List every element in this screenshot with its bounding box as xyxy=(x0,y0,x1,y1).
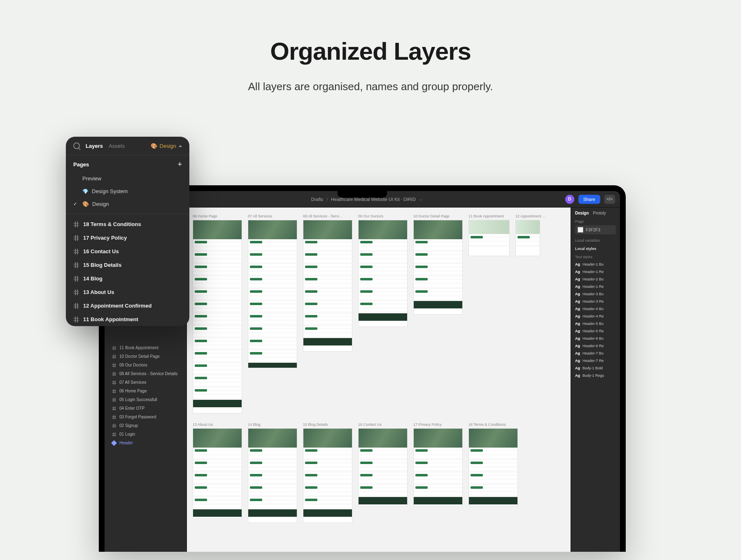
layer-frame[interactable]: 09 Our Doctors xyxy=(105,361,186,369)
artboard[interactable]: 06 Home Page xyxy=(193,214,242,413)
layer-frame[interactable]: 01 Login xyxy=(105,430,186,439)
text-style-item[interactable]: AgHeader-7 Re xyxy=(575,357,616,364)
frame-item[interactable]: 13 About Us xyxy=(66,285,189,299)
layer-frame[interactable]: 08 All Services - Service Details xyxy=(105,369,186,378)
text-style-item[interactable]: AgHeader-2 Bo xyxy=(575,275,616,283)
artboard[interactable]: 08 All Services - Servi… xyxy=(303,214,352,413)
artboard-label: 11 Book Appointment xyxy=(468,214,510,218)
frame-icon xyxy=(73,289,79,295)
artboard[interactable]: 07 All Services xyxy=(248,214,297,413)
frame-item[interactable]: 15 Blog Details xyxy=(66,258,189,272)
artboard-label: 10 Doctor Detail Page xyxy=(413,214,463,218)
component-icon xyxy=(111,440,117,446)
dev-mode-button[interactable]: </> xyxy=(604,195,615,204)
layer-frame[interactable]: 02 Signup xyxy=(105,421,186,430)
frame-icon xyxy=(112,415,116,419)
text-style-item[interactable]: AgHeader-5 Bo xyxy=(575,320,616,327)
frame-icon xyxy=(73,222,79,227)
artboard-label: 13 About Us xyxy=(193,422,242,427)
floating-layers-panel: Layers Assets 🎨 Design Pages + Preview💎D… xyxy=(66,137,189,326)
frame-icon xyxy=(112,363,116,367)
tab-design[interactable]: Design xyxy=(575,211,589,215)
layer-frame[interactable]: 10 Doctor Detail Page xyxy=(105,352,186,361)
user-avatar[interactable]: D xyxy=(565,195,574,204)
artboard[interactable]: 17 Privacy Policy xyxy=(413,422,463,523)
artboard[interactable]: 16 Contact Us xyxy=(358,422,408,523)
page-color-input[interactable]: F3F2F3 xyxy=(575,225,616,234)
local-styles-label: Local styles xyxy=(575,247,616,251)
frame-icon xyxy=(112,380,116,385)
artboard-label: 15 Blog Details xyxy=(303,422,352,427)
page-item[interactable]: 🎨Design xyxy=(66,198,189,210)
text-style-item[interactable]: AgHeader-7 Bo xyxy=(575,350,616,357)
artboard-label: 07 All Services xyxy=(248,214,297,218)
text-style-item[interactable]: AgHeader-6 Bo xyxy=(575,335,616,342)
frame-icon xyxy=(112,432,116,436)
page-dropdown[interactable]: 🎨 Design xyxy=(151,143,182,149)
frame-icon xyxy=(112,398,116,402)
frame-icon xyxy=(73,249,79,254)
layer-frame[interactable]: 04 Enter OTP xyxy=(105,404,186,413)
share-button[interactable]: Share xyxy=(578,195,600,204)
artboard[interactable]: 13 About Us xyxy=(193,422,242,523)
artboard[interactable]: 15 Blog Details xyxy=(303,422,352,523)
frame-icon xyxy=(73,317,79,322)
artboard-label: 12 Appointment … xyxy=(515,214,546,218)
layer-frame[interactable]: 06 Home Page xyxy=(105,387,186,395)
text-styles-label: Text styles xyxy=(575,255,616,259)
frame-icon xyxy=(73,262,79,268)
text-style-item[interactable]: AgHeader-1 Re xyxy=(575,268,616,275)
text-style-item[interactable]: AgHeader-3 Re xyxy=(575,298,616,305)
page-item[interactable]: 💎Design System xyxy=(66,185,189,198)
inspector-sidebar: Design Prototy Page F3F2F3 Local variabl… xyxy=(571,208,620,552)
frame-item[interactable]: 18 Terms & Conditions xyxy=(66,217,189,231)
text-style-item[interactable]: AgBody-1 Bold xyxy=(575,364,616,372)
artboard[interactable]: 18 Terms & Conditions xyxy=(468,422,518,523)
canvas[interactable]: 06 Home Page07 All Services08 All Servic… xyxy=(187,208,571,552)
layer-frame[interactable]: 03 Forgot Password xyxy=(105,413,186,421)
text-style-item[interactable]: AgHeader-6 Re xyxy=(575,342,616,350)
artboard-label: 06 Home Page xyxy=(193,214,242,218)
hero-title: Organized Layers xyxy=(0,37,741,65)
add-page-button[interactable]: + xyxy=(177,160,182,169)
frame-item[interactable]: 16 Contact Us xyxy=(66,245,189,258)
color-swatch xyxy=(578,227,583,233)
artboard-label: 14 Blog xyxy=(248,422,297,427)
frame-icon xyxy=(112,406,116,411)
layer-frame[interactable]: 11 Book Appointment xyxy=(105,343,186,352)
text-style-item[interactable]: AgHeader-4 Bo xyxy=(575,305,616,313)
page-dropdown-label: Design xyxy=(160,143,176,149)
frame-item[interactable]: 11 Book Appointment xyxy=(66,313,189,326)
artboard-label: 08 All Services - Servi… xyxy=(303,214,352,218)
laptop-notch xyxy=(338,191,387,198)
tab-prototype[interactable]: Prototy xyxy=(593,211,606,215)
frame-icon xyxy=(73,235,79,241)
local-variables-label[interactable]: Local variables xyxy=(575,238,616,243)
frame-icon xyxy=(112,346,116,350)
frame-item[interactable]: 12 Appointment Confirmed xyxy=(66,299,189,313)
text-style-item[interactable]: AgHeader-4 Re xyxy=(575,313,616,320)
frame-item[interactable]: 17 Privacy Policy xyxy=(66,231,189,245)
text-style-item[interactable]: AgHeader-3 Bo xyxy=(575,290,616,298)
text-style-item[interactable]: AgHeader-1 Bo xyxy=(575,261,616,268)
artboard-label: 18 Terms & Conditions xyxy=(468,422,518,427)
artboard[interactable]: 12 Appointment … xyxy=(515,214,546,413)
page-item[interactable]: Preview xyxy=(66,172,189,185)
tab-layers[interactable]: Layers xyxy=(86,143,103,149)
artboard[interactable]: 09 Our Doctors xyxy=(358,214,408,413)
artboard[interactable]: 11 Book Appointment xyxy=(468,214,510,413)
artboard-label: 09 Our Doctors xyxy=(358,214,408,218)
layer-label: Header xyxy=(119,441,133,445)
frame-icon xyxy=(73,303,79,309)
artboard[interactable]: 10 Doctor Detail Page xyxy=(413,214,463,413)
search-icon[interactable] xyxy=(73,142,80,149)
frame-item[interactable]: 14 Blog xyxy=(66,272,189,285)
text-style-item[interactable]: AgHeader-5 Re xyxy=(575,327,616,335)
artboard[interactable]: 14 Blog xyxy=(248,422,297,523)
layer-component-header[interactable]: Header xyxy=(105,439,186,447)
text-style-item[interactable]: AgBody-1 Regu xyxy=(575,372,616,379)
tab-assets[interactable]: Assets xyxy=(109,143,125,149)
layer-frame[interactable]: 05 Login Successfull xyxy=(105,395,186,404)
text-style-item[interactable]: AgHeader-1 Re xyxy=(575,283,616,290)
layer-frame[interactable]: 07 All Services xyxy=(105,378,186,387)
